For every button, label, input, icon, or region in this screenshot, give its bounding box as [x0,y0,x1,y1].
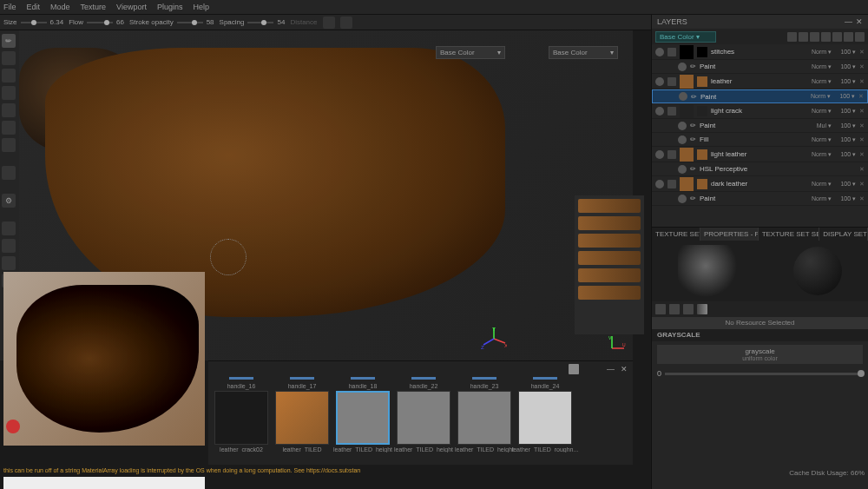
layer-opacity[interactable]: 100 ▾ [835,151,856,158]
visibility-icon[interactable] [655,48,664,56]
visibility-icon[interactable] [655,107,664,116]
visibility-icon[interactable] [678,122,687,130]
smudge-tool[interactable] [2,103,16,117]
grayscale-param[interactable]: grayscale uniform color [657,345,863,364]
menu-viewport[interactable]: Viewport [116,3,147,11]
layer-opacity[interactable]: 100 ▾ [835,49,856,56]
blend-mode[interactable]: Norm ▾ [811,93,831,100]
shelf-item[interactable]: handle_24leather_TILED_roughn... [516,377,575,453]
blend-mode[interactable]: Mul ▾ [817,122,832,129]
stroke-slider[interactable] [177,22,203,23]
blend-mode[interactable]: Norm ▾ [812,195,832,202]
close-icon[interactable]: ✕ [859,166,865,173]
layer-opacity[interactable]: 100 ▾ [835,136,856,143]
material-preview-sphere[interactable] [793,247,842,295]
menu-mode[interactable]: Mode [50,3,70,11]
eraser-tool[interactable] [2,51,16,65]
layer-row[interactable]: dark leatherNorm ▾100 ▾✕ [652,176,868,192]
close-icon[interactable]: ✕ [859,122,865,129]
brush-alpha-preview[interactable] [678,245,747,297]
close-icon[interactable]: ✕ [859,63,865,70]
menu-file[interactable]: File [3,3,16,11]
visibility-icon[interactable] [655,77,664,86]
blend-mode[interactable]: Norm ▾ [812,108,832,115]
polygon-fill-tool[interactable] [2,166,16,180]
layer-opacity[interactable]: 100 ▾ [835,122,856,129]
shelf-icon[interactable] [2,256,16,270]
visibility-icon[interactable] [655,150,664,159]
add-smart-icon[interactable] [832,32,842,42]
projection-tool[interactable] [2,69,16,83]
spacing-slider[interactable] [247,22,273,23]
shelf-item[interactable]: handle_22leather_TILED_height [394,377,453,453]
mask-icon[interactable] [799,32,808,42]
folder-icon[interactable] [667,107,676,116]
add-folder-icon[interactable] [844,32,853,42]
fill-tool[interactable] [2,86,16,100]
visibility-icon[interactable] [678,63,687,71]
shelf-minimize-icon[interactable]: — [607,365,615,373]
folder-icon[interactable] [667,180,676,188]
close-icon[interactable]: ✕ [859,136,865,143]
blend-mode[interactable]: Norm ▾ [812,136,832,143]
visibility-icon[interactable] [679,92,687,101]
close-icon[interactable]: ✕ [858,93,864,100]
layers-icon[interactable] [2,239,16,253]
close-icon[interactable]: ✕ [859,78,865,85]
shelf-item[interactable]: handle_16leather_crack02 [212,377,271,453]
delete-layer-icon[interactable] [855,32,865,42]
material-icon[interactable] [697,304,707,314]
grayscale-section[interactable]: GRAYSCALE [652,329,868,341]
close-icon[interactable]: ✕ [859,108,865,115]
layer-opacity[interactable]: 100 ▾ [834,93,855,100]
visibility-icon[interactable] [678,165,687,174]
paint-tool[interactable]: ✏ [2,34,16,48]
layer-row[interactable]: light crackNorm ▾100 ▾✕ [652,103,868,119]
blend-mode[interactable]: Norm ▾ [812,181,832,188]
menu-texture[interactable]: Texture [81,3,107,11]
tab-properties[interactable]: PROPERTIES - PAI...✕ [700,228,759,241]
brush-icon[interactable] [655,304,666,314]
shelf-item[interactable]: handle_23leather_TILED_height [455,377,514,453]
add-fill-icon[interactable] [821,32,831,42]
axis-gizmo-3d[interactable]: XYZ [481,326,507,352]
layer-opacity[interactable]: 100 ▾ [835,108,856,115]
settings-icon[interactable]: ⚙ [2,194,16,208]
add-layer-icon[interactable] [810,32,819,42]
shelf-view-icon[interactable] [569,364,579,374]
folder-icon[interactable] [667,48,676,56]
layer-opacity[interactable]: 100 ▾ [835,63,856,70]
blend-mode[interactable]: Norm ▾ [812,151,832,158]
folder-icon[interactable] [667,77,676,86]
clone-tool[interactable] [2,121,16,135]
menu-edit[interactable]: Edit [27,3,41,11]
layer-row[interactable]: ✏PaintNorm ▾100 ▾✕ [652,89,868,103]
stencil-icon[interactable] [683,304,694,314]
size-slider[interactable] [21,22,47,23]
stroke-settings-icon[interactable] [340,17,352,29]
layer-row[interactable]: ✏HSL Perceptive✕ [652,162,868,176]
visibility-icon[interactable] [655,180,664,188]
shelf-item[interactable]: handle_18leather_TILED_height [333,377,392,453]
layer-opacity[interactable]: 100 ▾ [835,195,856,202]
panel-minimize-icon[interactable]: — [845,17,852,26]
layer-row[interactable]: light leatherNorm ▾100 ▾✕ [652,147,868,162]
effect-icon[interactable] [787,32,797,42]
visibility-icon[interactable] [678,195,687,203]
tab-texture-set-list[interactable]: TEXTURE SET LI... [652,228,700,241]
alpha-icon[interactable] [669,304,680,314]
tab-display-settings[interactable]: DISPLAY SETTIN... [819,228,868,241]
close-icon[interactable]: ✕ [859,151,865,158]
flow-slider[interactable] [87,22,113,23]
blend-mode[interactable]: Norm ▾ [812,63,832,70]
close-icon[interactable]: ✕ [859,49,865,56]
layer-row[interactable]: ✏PaintNorm ▾100 ▾✕ [652,192,868,206]
layer-row[interactable]: ✏PaintMul ▾100 ▾✕ [652,119,868,133]
axis-gizmo-2d[interactable]: UV [608,334,626,352]
layer-row[interactable]: ✏PaintNorm ▾100 ▾✕ [652,60,868,74]
shelf-close-icon[interactable]: ✕ [621,365,629,373]
tab-texture-set-settings[interactable]: TEXTURE SET SETTIN... [759,228,820,241]
reference-image[interactable] [3,272,205,446]
visibility-icon[interactable] [678,135,687,144]
layer-opacity[interactable]: 100 ▾ [835,181,856,188]
